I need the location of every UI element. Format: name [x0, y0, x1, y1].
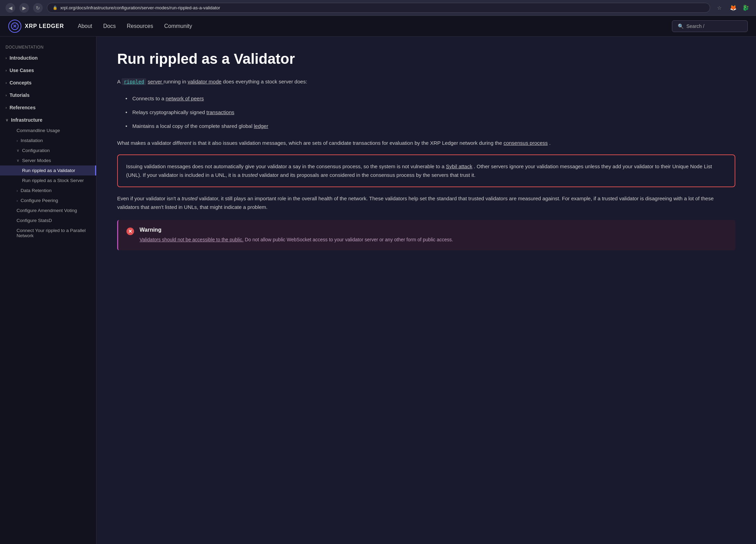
- warning-content: Warning Validators should not be accessi…: [140, 227, 453, 243]
- sidebar-item-run-as-stock[interactable]: Run rippled as a Stock Server: [0, 175, 96, 185]
- chevron-down-icon-sm: ∨: [17, 158, 19, 163]
- sidebar-item-run-as-validator[interactable]: Run rippled as a Validator: [0, 165, 96, 175]
- sidebar-label-use-cases: Use Cases: [10, 68, 34, 73]
- sidebar-item-configuration[interactable]: ∨ Configuration: [0, 145, 96, 155]
- refresh-button[interactable]: ↻: [33, 3, 43, 13]
- list-item: Maintains a local copy of the complete s…: [125, 119, 735, 133]
- list-item: Connects to a network of peers: [125, 92, 735, 105]
- sidebar-label-infrastructure: Infrastructure: [11, 117, 42, 123]
- sidebar-label-references: References: [10, 105, 36, 110]
- intro-paragraph: A rippled server running in validator mo…: [117, 77, 735, 86]
- warning-icon: ✕: [126, 228, 134, 235]
- sidebar-item-server-modes[interactable]: ∨ Server Modes: [0, 155, 96, 165]
- sidebar-item-configure-peering[interactable]: › Configure Peering: [0, 195, 96, 205]
- sybil-link[interactable]: Sybil attack: [446, 163, 472, 169]
- p2-post: is that it also issues validation messag…: [193, 140, 503, 146]
- page-layout: Documentation › Introduction › Use Cases…: [0, 37, 756, 544]
- sidebar-label-introduction: Introduction: [10, 55, 38, 61]
- rippled-code: rippled: [122, 78, 146, 85]
- search-bar[interactable]: 🔍 Search /: [672, 20, 748, 32]
- sidebar-item-concepts[interactable]: › Concepts: [0, 77, 96, 88]
- ledger-link[interactable]: ledger: [254, 123, 268, 129]
- p2-pre: What makes a validator: [117, 140, 173, 146]
- sidebar-item-use-cases[interactable]: › Use Cases: [0, 65, 96, 76]
- sidebar-label-tutorials: Tutorials: [10, 92, 30, 98]
- consensus-link[interactable]: consensus process: [503, 140, 548, 146]
- top-nav: ✕ XRP LEDGER About Docs Resources Commun…: [0, 16, 756, 37]
- running-text: running in: [163, 79, 187, 84]
- sidebar-section-use-cases: › Use Cases: [0, 65, 96, 76]
- sidebar-item-configure-statsd[interactable]: Configure StatsD: [0, 215, 96, 225]
- lock-icon: 🔒: [53, 6, 58, 10]
- sidebar-label-server-modes: Server Modes: [22, 158, 51, 163]
- sidebar-item-infrastructure[interactable]: ∨ Infrastructure: [0, 114, 96, 125]
- p2-end: .: [549, 140, 551, 146]
- sidebar-section-tutorials: › Tutorials: [0, 90, 96, 101]
- sidebar-label-configure-amendment: Configure Amendment Voting: [17, 208, 77, 213]
- nav-community[interactable]: Community: [164, 22, 192, 31]
- ext-icon-1[interactable]: 🦊: [728, 3, 738, 13]
- search-placeholder: Search /: [686, 23, 704, 29]
- sidebar-item-configure-amendment[interactable]: Configure Amendment Voting: [0, 205, 96, 215]
- sidebar-item-connect-parallel[interactable]: Connect Your rippled to a Parallel Netwo…: [0, 225, 96, 241]
- sidebar-label-run-as-stock: Run rippled as a Stock Server: [22, 178, 84, 183]
- sidebar-item-commandline[interactable]: Commandline Usage: [0, 125, 96, 135]
- chevron-right-icon-dr: ›: [17, 189, 18, 193]
- warning-text: Validators should not be accessible to t…: [140, 236, 453, 243]
- validator-mode-link[interactable]: validator mode: [187, 79, 221, 84]
- chevron-right-icon-2: ›: [6, 68, 7, 72]
- warning-title: Warning: [140, 227, 453, 233]
- url-text: xrpl.org/docs/infrastructure/configurati…: [60, 5, 220, 10]
- paragraph3: Even if your validator isn't a trusted v…: [117, 194, 735, 212]
- warning-box: ✕ Warning Validators should not be acces…: [117, 220, 735, 250]
- url-bar[interactable]: 🔒 xrpl.org/docs/infrastructure/configura…: [47, 3, 710, 13]
- nav-docs[interactable]: Docs: [103, 22, 116, 31]
- bullet-text-3: Maintains a local copy of the complete s…: [132, 123, 254, 129]
- bullet-text-1: Connects to a: [132, 95, 166, 101]
- logo-text: XRP LEDGER: [25, 23, 64, 29]
- sidebar-item-tutorials[interactable]: › Tutorials: [0, 90, 96, 101]
- chevron-right-icon: ›: [6, 56, 7, 60]
- browser-bar: ◀ ▶ ↻ 🔒 xrpl.org/docs/infrastructure/con…: [0, 0, 756, 16]
- p3-post: validator, it still plays an important r…: [117, 195, 714, 210]
- sidebar-label-commandline: Commandline Usage: [17, 128, 60, 133]
- ext-icon-2[interactable]: 🐉: [741, 3, 750, 13]
- chevron-right-icon-cp: ›: [17, 199, 18, 203]
- sidebar-label-configure-peering: Configure Peering: [21, 198, 58, 203]
- warning-highlight-text: Validators should not be accessible to t…: [140, 237, 244, 242]
- bullet-text-2: Relays cryptographically signed: [132, 109, 206, 115]
- nav-resources[interactable]: Resources: [127, 22, 153, 31]
- sidebar-section-introduction: › Introduction: [0, 52, 96, 63]
- network-peers-link[interactable]: network of peers: [166, 95, 204, 101]
- forward-button[interactable]: ▶: [19, 3, 29, 13]
- chevron-right-icon-4: ›: [6, 93, 7, 97]
- sidebar-label-installation: Installation: [21, 138, 43, 143]
- intro-a: A: [117, 79, 122, 84]
- sidebar-item-installation[interactable]: › Installation: [0, 135, 96, 145]
- chevron-down-icon: ∨: [6, 118, 8, 122]
- list-item: Relays cryptographically signed transact…: [125, 105, 735, 119]
- chevron-down-icon-conf: ∨: [17, 148, 19, 153]
- sidebar-item-references[interactable]: › References: [0, 102, 96, 113]
- sidebar-section-references: › References: [0, 102, 96, 113]
- chevron-right-icon-inst: ›: [17, 139, 18, 143]
- logo-icon: ✕: [8, 20, 21, 33]
- trusted-italic: trusted: [242, 172, 258, 178]
- chevron-right-icon-3: ›: [6, 81, 7, 85]
- warning-rest-text: Do not allow public WebSocket access to …: [245, 237, 453, 242]
- bookmark-icon[interactable]: ☆: [717, 5, 722, 11]
- sidebar-item-data-retention[interactable]: › Data Retention: [0, 185, 96, 195]
- page-title: Run rippled as a Validator: [117, 50, 735, 68]
- p2-italic: different: [173, 140, 191, 146]
- p3-pre: Even if your validator isn't a: [117, 195, 182, 201]
- svg-text:✕: ✕: [13, 23, 17, 29]
- nav-links: About Docs Resources Community: [78, 22, 192, 31]
- bullet-list: Connects to a network of peers Relays cr…: [125, 92, 735, 133]
- server-link[interactable]: server: [148, 79, 164, 84]
- back-button[interactable]: ◀: [6, 3, 15, 13]
- sidebar-label-run-as-validator: Run rippled as a Validator: [22, 168, 75, 173]
- nav-about[interactable]: About: [78, 22, 92, 31]
- transactions-link[interactable]: transactions: [206, 109, 234, 115]
- highlight-text-1: Issuing validation messages does not aut…: [126, 163, 446, 169]
- sidebar-item-introduction[interactable]: › Introduction: [0, 52, 96, 63]
